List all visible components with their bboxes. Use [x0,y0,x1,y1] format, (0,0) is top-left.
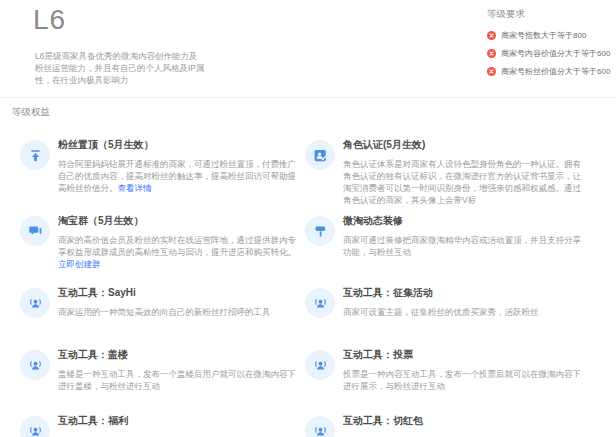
page-header: L6 L6层级商家具备优秀的微淘内容创作能力及粉丝运营能力，并且有自己的个人风格… [0,0,616,97]
section-divider [0,97,616,98]
benefit-title: 粉丝置顶（5月生效） [58,138,304,152]
id-card-check-icon [305,140,335,170]
pin-top-icon [20,140,50,170]
benefit-desc: 投票是一种内容互动工具，发布一个投票后就可以在微淘内容下进行展示，与粉丝进行互动 [343,368,589,392]
benefit-card-role-cert: 角色认证(5月生效) 角色认证体系是对商家有人设特色型身份角色的一种认证。拥有角… [305,133,590,209]
benefit-desc-text: 盖楼是一种互动工具，发布一个盖楼后用户就可以在微淘内容下进行盖楼，与粉丝进行互动 [58,369,296,391]
benefit-desc-text: 商家的高价值会员及粉丝的实时在线运营阵地，通过提供群内专享权益形成群成员的高粘性… [58,235,296,257]
benefit-card-taobao-group: 淘宝群（5月生效） 商家的高价值会员及粉丝的实时在线运营阵地，通过提供群内专享权… [20,209,305,281]
benefit-card-feed-decoration: 微淘动态装修 商家可通过装修把商家微淘精华内容或活动置顶，并且支持分享功能，与粉… [305,209,590,281]
benefit-card-vote: 互动工具：投票 投票是一种内容互动工具，发布一个投票后就可以在微淘内容下进行展示… [305,343,590,409]
benefit-desc: 商家可通过装修把商家微淘精华内容或活动置顶，并且支持分享功能，与粉丝互动 [343,234,589,258]
benefit-card-red-packet: 互动工具：切红包 [305,409,590,437]
chat-group-icon [20,216,50,246]
benefit-title: 互动工具：盖楼 [58,348,304,362]
requirement-text: 商家号粉丝价值分大于等于600 [501,66,610,77]
person-broadcast-icon [305,416,335,437]
benefit-desc-text: 商家可设置主题，征集粉丝的优质买家秀，活跃粉丝 [343,307,539,317]
paint-roller-icon [305,216,335,246]
level-title: L6 [33,4,66,36]
benefit-card-sayhi: 互动工具：SayHi 商家运用的一种简短高效的向自己的新粉丝打招呼的工具 [20,281,305,343]
benefits-grid: 粉丝置顶（5月生效） 符合阿里妈妈钻展开通标准的商家，可通过粉丝置顶，付费推广自… [20,133,616,437]
requirement-text: 商家号指数大于等于800 [501,30,586,41]
benefit-desc-text: 商家可通过装修把商家微淘精华内容或活动置顶，并且支持分享功能，与粉丝互动 [343,235,581,257]
benefit-title: 互动工具：SayHi [58,286,304,300]
benefit-desc: 盖楼是一种互动工具，发布一个盖楼后用户就可以在微淘内容下进行盖楼，与粉丝进行互动 [58,368,304,392]
benefit-desc: 符合阿里妈妈钻展开通标准的商家，可通过粉丝置顶，付费推广自己的优质内容，提高对粉… [58,158,304,194]
requirement-item: 商家号内容价值分大于等于600 [487,48,610,59]
benefit-desc: 商家的高价值会员及粉丝的实时在线运营阵地，通过提供群内专享权益形成群成员的高粘性… [58,234,304,270]
merchant-level-page: L6 L6层级商家具备优秀的微淘内容创作能力及粉丝运营能力，并且有自己的个人风格… [0,0,616,437]
benefit-card-collection-activity: 互动工具：征集活动 商家可设置主题，征集粉丝的优质买家秀，活跃粉丝 [305,281,590,343]
benefit-title: 互动工具：福利 [58,414,304,428]
requirement-text: 商家号内容价值分大于等于600 [501,48,610,59]
level-description: L6层级商家具备优秀的微淘内容创作能力及粉丝运营能力，并且有自己的个人风格及IP… [35,50,205,86]
benefit-desc-text: 投票是一种内容互动工具，发布一个投票后就可以在微淘内容下进行展示，与粉丝进行互动 [343,369,581,391]
x-circle-icon [487,67,496,76]
benefit-desc-text: 商家运用的一种简短高效的向自己的新粉丝打招呼的工具 [58,307,271,317]
requirement-item: 商家号指数大于等于800 [487,30,610,41]
benefit-desc: 角色认证体系是对商家有人设特色型身份角色的一种认证。拥有角色认证的独有认证标识，… [343,158,589,206]
benefit-title: 互动工具：征集活动 [343,286,589,300]
benefit-desc-text: 角色认证体系是对商家有人设特色型身份角色的一种认证。拥有角色认证的独有认证标识，… [343,159,581,205]
benefit-desc: 商家运用的一种简短高效的向自己的新粉丝打招呼的工具 [58,306,304,318]
benefit-card-gailou: 互动工具：盖楼 盖楼是一种互动工具，发布一个盖楼后用户就可以在微淘内容下进行盖楼… [20,343,305,409]
benefit-desc: 商家可设置主题，征集粉丝的优质买家秀，活跃粉丝 [343,306,589,318]
person-broadcast-icon [305,288,335,318]
benefit-title: 微淘动态装修 [343,214,589,228]
benefits-section-title: 等级权益 [12,106,616,119]
person-broadcast-icon [20,350,50,380]
requirement-item: 商家号粉丝价值分大于等于600 [487,66,610,77]
benefit-title: 角色认证(5月生效) [343,138,589,152]
requirements-title: 等级要求 [487,8,610,21]
x-circle-icon [487,31,496,40]
create-group-link[interactable]: 立即创建群 [58,259,101,269]
requirements-section: 等级要求 商家号指数大于等于800 商家号内容价值分大于等于600 商家号粉丝价… [487,8,610,84]
benefit-title: 互动工具：投票 [343,348,589,362]
x-circle-icon [487,49,496,58]
benefit-title: 互动工具：切红包 [343,414,589,428]
benefit-title: 淘宝群（5月生效） [58,214,304,228]
person-broadcast-icon [305,350,335,380]
view-details-link[interactable]: 查看详情 [118,183,152,193]
person-broadcast-icon [20,416,50,437]
benefit-desc-text: 符合阿里妈妈钻展开通标准的商家，可通过粉丝置顶，付费推广自己的优质内容，提高对粉… [58,159,296,193]
benefit-card-fans-pin: 粉丝置顶（5月生效） 符合阿里妈妈钻展开通标准的商家，可通过粉丝置顶，付费推广自… [20,133,305,209]
benefit-card-fuli: 互动工具：福利 [20,409,305,437]
person-broadcast-icon [20,288,50,318]
